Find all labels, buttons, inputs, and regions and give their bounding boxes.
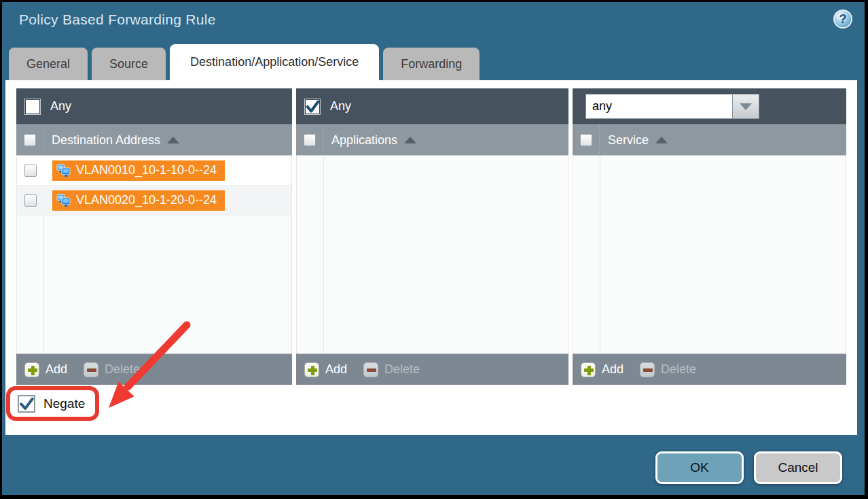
negate-annotation-box: Negate [6, 386, 99, 421]
sort-ascending-icon [167, 137, 179, 143]
delete-label: Delete [384, 362, 420, 377]
delete-label: Delete [105, 362, 140, 377]
address-object-chip[interactable]: VLAN0020_10-1-20-0--24 [52, 190, 225, 211]
network-icon [56, 194, 71, 207]
destination-row-checkbox[interactable] [24, 194, 37, 207]
applications-add-button[interactable]: Add [304, 362, 347, 377]
service-add-button[interactable]: Add [581, 362, 623, 377]
address-object-name: VLAN0010_10-1-10-0--24 [76, 163, 217, 177]
tab-general[interactable]: General [9, 48, 88, 80]
applications-column: Any Applications Add Delete [296, 88, 568, 385]
sort-ascending-icon [404, 137, 416, 143]
tab-destination-application-service[interactable]: Destination/Application/Service [170, 44, 379, 80]
help-icon[interactable]: ? [833, 10, 852, 29]
destination-any-label: Any [50, 99, 71, 114]
header-separator [43, 125, 43, 156]
negate-label: Negate [43, 396, 85, 411]
tab-source[interactable]: Source [92, 48, 166, 80]
network-icon [56, 164, 71, 177]
plus-icon [304, 362, 319, 377]
dropdown-button[interactable] [733, 94, 759, 119]
column-separator [600, 156, 600, 354]
destination-footer-bar: Add Delete [16, 354, 292, 385]
destination-address-header-label: Destination Address [52, 133, 160, 148]
tab-bar: General Source Destination/Application/S… [9, 45, 480, 80]
tab-forwarding[interactable]: Forwarding [383, 48, 480, 80]
tab-content-panel: Any Destination Address [5, 80, 857, 435]
destination-address-header[interactable]: Destination Address [16, 125, 292, 156]
chevron-down-icon [740, 103, 752, 110]
service-any-bar: any [573, 88, 846, 125]
service-delete-button[interactable]: Delete [640, 362, 696, 377]
sort-ascending-icon [655, 137, 668, 143]
header-separator [599, 125, 600, 156]
service-dropdown[interactable]: any [585, 94, 759, 119]
address-object-chip[interactable]: VLAN0010_10-1-10-0--24 [52, 160, 225, 181]
service-header-label: Service [608, 133, 649, 148]
service-list [573, 156, 846, 354]
service-column: any Service Add [573, 88, 846, 385]
help-glyph: ? [839, 12, 847, 27]
header-separator [323, 125, 323, 156]
destination-delete-button[interactable]: Delete [84, 362, 140, 377]
add-label: Add [46, 362, 67, 377]
negate-checkbox[interactable] [18, 395, 35, 413]
minus-icon [640, 362, 655, 377]
add-label: Add [325, 362, 347, 377]
policy-based-forwarding-dialog: Policy Based Forwarding Rule ? General S… [2, 2, 865, 495]
destination-select-all-checkbox[interactable] [24, 134, 36, 146]
service-dropdown-value: any [585, 94, 733, 119]
applications-footer-bar: Add Delete [296, 354, 568, 385]
destination-row-vlan0020[interactable]: VLAN0020_10-1-20-0--24 [17, 186, 291, 216]
service-select-all-checkbox[interactable] [580, 134, 592, 146]
cancel-button[interactable]: Cancel [754, 451, 842, 484]
applications-select-all-checkbox[interactable] [304, 134, 316, 146]
minus-icon [363, 362, 378, 377]
applications-header-label: Applications [331, 133, 397, 148]
checkmark-icon [19, 396, 34, 412]
add-label: Add [602, 362, 623, 377]
destination-row-vlan0010[interactable]: VLAN0010_10-1-10-0--24 [17, 156, 291, 186]
column-separator [323, 156, 324, 354]
address-object-name: VLAN0020_10-1-20-0--24 [76, 193, 217, 207]
destination-any-checkbox[interactable] [24, 99, 41, 115]
destination-address-list: VLAN0010_10-1-10-0--24 [16, 156, 292, 354]
destination-add-button[interactable]: Add [24, 362, 67, 377]
checkmark-icon [305, 99, 320, 114]
applications-delete-button[interactable]: Delete [363, 362, 420, 377]
applications-header[interactable]: Applications [296, 125, 568, 156]
plus-icon [581, 362, 596, 377]
applications-any-label: Any [330, 99, 351, 114]
applications-list [296, 156, 568, 354]
service-header[interactable]: Service [573, 125, 846, 156]
destination-address-column: Any Destination Address [16, 88, 292, 385]
dialog-title: Policy Based Forwarding Rule [19, 12, 216, 28]
destination-any-bar: Any [16, 88, 292, 125]
service-footer-bar: Add Delete [573, 354, 846, 385]
plus-icon [24, 362, 39, 377]
applications-any-checkbox[interactable] [304, 99, 321, 115]
minus-icon [84, 362, 98, 377]
applications-any-bar: Any [296, 88, 568, 125]
delete-label: Delete [661, 362, 696, 377]
ok-button[interactable]: OK [655, 451, 744, 484]
destination-row-checkbox[interactable] [24, 165, 37, 177]
